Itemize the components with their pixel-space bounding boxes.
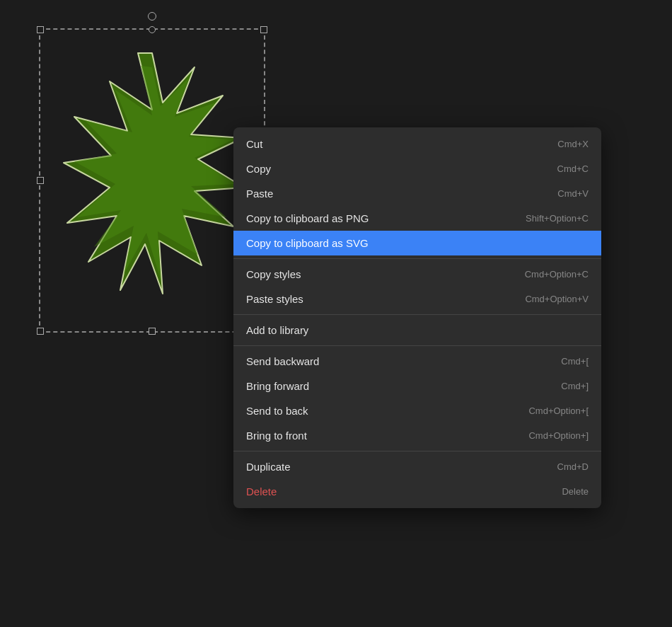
menu-item-send-backward[interactable]: Send backwardCmd+[ [233,349,601,374]
menu-label-cut: Cut [246,138,262,150]
menu-separator-4 [233,451,601,451]
menu-shortcut-paste-styles: Cmd+Option+V [525,294,589,304]
handle-bottom-middle[interactable] [149,328,156,335]
rotate-handle[interactable] [148,12,156,21]
menu-label-copy: Copy [246,163,271,175]
menu-label-bring-to-front: Bring to front [246,430,307,442]
menu-item-copy-styles[interactable]: Copy stylesCmd+Option+C [233,262,601,287]
menu-label-paste-styles: Paste styles [246,293,303,305]
handle-bottom-left[interactable] [37,328,44,335]
menu-item-paste[interactable]: PasteCmd+V [233,181,601,206]
menu-shortcut-send-backward: Cmd+[ [561,356,589,367]
menu-separator-2 [233,314,601,315]
menu-label-bring-forward: Bring forward [246,380,309,392]
handle-middle-left[interactable] [37,177,44,184]
context-menu: CutCmd+XCopyCmd+CPasteCmd+VCopy to clipb… [233,127,601,508]
menu-item-duplicate[interactable]: DuplicateCmd+D [233,454,601,479]
menu-label-copy-styles: Copy styles [246,268,301,280]
menu-label-send-backward: Send backward [246,355,319,367]
handle-top-right[interactable] [260,26,267,33]
menu-item-copy[interactable]: CopyCmd+C [233,156,601,181]
canvas: CutCmd+XCopyCmd+CPasteCmd+VCopy to clipb… [0,0,672,627]
menu-shortcut-copy: Cmd+C [557,163,589,174]
menu-separator-1 [233,258,601,259]
menu-item-add-to-library[interactable]: Add to library [233,318,601,343]
menu-label-send-to-back: Send to back [246,405,308,417]
handle-top-middle[interactable] [149,26,156,33]
menu-shortcut-copy-styles: Cmd+Option+C [525,269,589,280]
menu-shortcut-cut: Cmd+X [557,139,589,149]
menu-label-copy-as-svg: Copy to clipboard as SVG [246,237,369,249]
menu-separator-3 [233,345,601,346]
menu-label-duplicate: Duplicate [246,461,291,473]
menu-label-paste: Paste [246,188,273,200]
menu-shortcut-copy-as-png: Shift+Option+C [526,213,589,224]
menu-shortcut-delete: Delete [562,486,589,497]
menu-item-paste-styles[interactable]: Paste stylesCmd+Option+V [233,287,601,311]
menu-shortcut-duplicate: Cmd+D [557,461,589,472]
menu-item-cut[interactable]: CutCmd+X [233,132,601,156]
menu-label-copy-as-png: Copy to clipboard as PNG [246,212,369,224]
menu-label-delete: Delete [246,485,277,497]
menu-shortcut-paste: Cmd+V [557,188,589,199]
menu-item-bring-to-front[interactable]: Bring to frontCmd+Option+] [233,423,601,448]
menu-shortcut-send-to-back: Cmd+Option+[ [528,405,589,416]
menu-item-copy-as-png[interactable]: Copy to clipboard as PNGShift+Option+C [233,206,601,231]
handle-top-left[interactable] [37,26,44,33]
menu-item-send-to-back[interactable]: Send to backCmd+Option+[ [233,398,601,423]
selection-box [39,28,265,333]
menu-item-delete[interactable]: DeleteDelete [233,479,601,504]
menu-shortcut-bring-to-front: Cmd+Option+] [528,430,589,441]
menu-label-add-to-library: Add to library [246,324,308,336]
menu-item-bring-forward[interactable]: Bring forwardCmd+] [233,374,601,398]
menu-shortcut-bring-forward: Cmd+] [561,381,589,391]
menu-item-copy-as-svg[interactable]: Copy to clipboard as SVG [233,231,601,255]
